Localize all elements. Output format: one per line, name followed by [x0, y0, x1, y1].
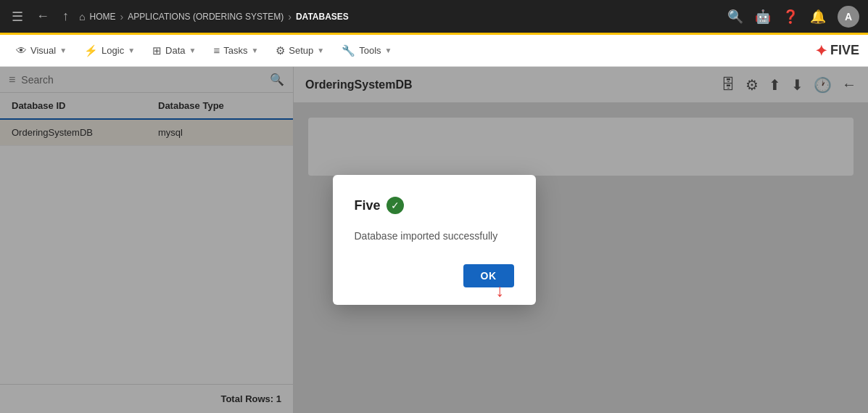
help-icon[interactable]: ❓: [782, 9, 798, 25]
menu-icon[interactable]: ☰: [9, 6, 26, 28]
menu-logic[interactable]: ⚡ Logic ▼: [77, 40, 142, 62]
breadcrumb-sep-1: ›: [120, 11, 123, 23]
nav-left: ☰ ← ↑ ⌂ HOME › APPLICATIONS (ORDERING SY…: [9, 6, 722, 28]
setup-chevron: ▼: [317, 46, 324, 54]
breadcrumb-app[interactable]: APPLICATIONS (ORDERING SYSTEM): [128, 12, 284, 22]
dialog-title-row: Five ✓: [355, 197, 514, 214]
bell-icon[interactable]: 🔔: [810, 9, 826, 25]
arrow-indicator: ↑: [495, 283, 504, 303]
dialog-message: Database imported successfully: [355, 229, 514, 244]
menu-visual[interactable]: 👁 Visual ▼: [9, 40, 74, 61]
five-logo-text: FIVE: [830, 43, 859, 58]
menu-tools[interactable]: 🔧 Tools ▼: [334, 40, 399, 62]
five-logo-star: ✦: [815, 42, 827, 60]
breadcrumb-sep-2: ›: [288, 11, 292, 23]
nav-right: 🔍 🤖 ❓ 🔔 A: [727, 6, 859, 28]
visual-icon: 👁: [16, 44, 27, 57]
data-icon: ⊞: [152, 44, 162, 57]
menu-setup[interactable]: ⚙ Setup ▼: [268, 40, 331, 62]
bot-icon[interactable]: 🤖: [755, 9, 771, 25]
menu-bar-left: 👁 Visual ▼ ⚡ Logic ▼ ⊞ Data ▼ ≡ Tasks ▼ …: [9, 40, 400, 62]
menu-data[interactable]: ⊞ Data ▼: [145, 40, 203, 62]
main-area: ≡ 🔍 Database ID Database Type OrderingSy…: [0, 67, 868, 413]
dialog: Five ✓ Database imported successfully OK…: [333, 175, 536, 305]
breadcrumb-home[interactable]: HOME: [89, 12, 115, 22]
top-navigation: ☰ ← ↑ ⌂ HOME › APPLICATIONS (ORDERING SY…: [0, 0, 868, 35]
back-icon[interactable]: ←: [33, 6, 52, 27]
five-logo: ✦ FIVE: [815, 42, 859, 60]
dialog-overlay: Five ✓ Database imported successfully OK…: [0, 67, 868, 413]
visual-chevron: ▼: [59, 46, 67, 54]
ok-button[interactable]: OK: [463, 264, 514, 287]
tools-icon: 🔧: [342, 44, 355, 57]
data-chevron: ▼: [189, 46, 197, 54]
up-icon[interactable]: ↑: [59, 6, 72, 27]
home-icon: ⌂: [79, 11, 85, 23]
logic-chevron: ▼: [128, 46, 135, 54]
setup-icon: ⚙: [276, 44, 285, 57]
logic-icon: ⚡: [84, 44, 98, 57]
avatar[interactable]: A: [838, 6, 859, 28]
menu-bar: 👁 Visual ▼ ⚡ Logic ▼ ⊞ Data ▼ ≡ Tasks ▼ …: [0, 35, 868, 67]
tasks-chevron: ▼: [251, 46, 258, 54]
dialog-footer: OK ↑: [355, 264, 514, 287]
menu-tasks[interactable]: ≡ Tasks ▼: [206, 40, 265, 61]
dialog-title: Five: [355, 198, 381, 213]
success-check-icon: ✓: [387, 197, 404, 214]
breadcrumb: ⌂ HOME › APPLICATIONS (ORDERING SYSTEM) …: [79, 11, 349, 23]
tasks-icon: ≡: [213, 44, 220, 57]
tools-chevron: ▼: [385, 46, 392, 54]
breadcrumb-databases[interactable]: DATABASES: [296, 12, 349, 22]
globe-search-icon[interactable]: 🔍: [727, 9, 743, 25]
